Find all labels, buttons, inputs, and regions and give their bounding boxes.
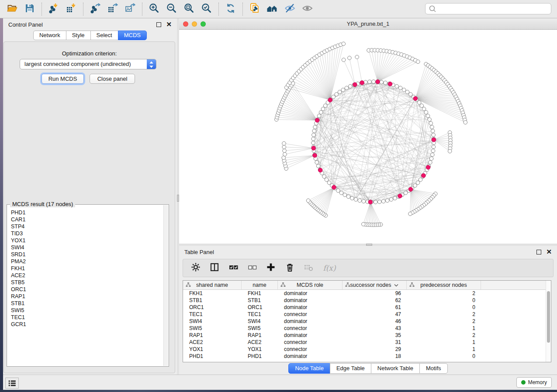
add-column-button[interactable] bbox=[266, 263, 276, 273]
mcds-result-item[interactable]: TID3 bbox=[11, 230, 163, 237]
close-window-icon[interactable] bbox=[183, 21, 188, 27]
column-header-predecessor-nodes[interactable]: predecessor nodes bbox=[407, 281, 481, 289]
table-row[interactable]: RAP1RAP1dominator352 bbox=[183, 332, 551, 339]
mcds-network-node bbox=[413, 96, 418, 101]
mcds-result-item[interactable]: RAP1 bbox=[11, 293, 163, 300]
cell-successor-nodes: 35 bbox=[343, 332, 407, 338]
table-row[interactable]: FKH1FKH1dominator962 bbox=[183, 290, 551, 297]
network-node bbox=[312, 129, 316, 133]
houses-button[interactable] bbox=[263, 1, 281, 17]
table-row[interactable]: YOX1YOX1connector291 bbox=[183, 346, 551, 353]
column-view-button[interactable] bbox=[209, 263, 220, 273]
zoom-fit-button[interactable] bbox=[180, 1, 198, 17]
apply-layout-button[interactable] bbox=[222, 1, 239, 17]
close-panel-icon[interactable]: ✕ bbox=[166, 22, 172, 27]
clone-network-button[interactable] bbox=[246, 1, 263, 17]
export-image-button[interactable] bbox=[121, 1, 139, 17]
hide-selected-button[interactable] bbox=[281, 1, 298, 17]
table-panel-titlebar: Table Panel ✕ bbox=[179, 246, 557, 258]
deselect-all-button[interactable] bbox=[247, 263, 257, 273]
mcds-result-item[interactable]: SWI5 bbox=[11, 307, 163, 314]
column-label: shared name bbox=[196, 282, 228, 288]
tab-network[interactable]: Network bbox=[33, 31, 66, 40]
network-leaf-node bbox=[342, 58, 346, 62]
mcds-result-item[interactable]: PMA2 bbox=[11, 258, 163, 265]
settings-button[interactable] bbox=[190, 263, 201, 273]
mcds-result-item[interactable]: YOX1 bbox=[11, 237, 163, 244]
tab-node-table[interactable]: Node Table bbox=[288, 363, 330, 374]
table-row[interactable]: SWI5SWI5connector431 bbox=[183, 325, 551, 332]
show-all-button[interactable] bbox=[298, 1, 316, 17]
minimize-window-icon[interactable] bbox=[192, 21, 197, 27]
table-row[interactable]: STB1STB1dominator620 bbox=[183, 297, 551, 304]
mcds-result-item[interactable]: CAR1 bbox=[11, 216, 163, 223]
column-header-name[interactable]: name bbox=[242, 281, 278, 289]
close-panel-button[interactable]: Close panel bbox=[90, 74, 135, 84]
network-leaf-node bbox=[408, 212, 412, 216]
mcds-result-item[interactable]: TEC1 bbox=[11, 314, 163, 321]
open-session-button[interactable] bbox=[3, 1, 21, 17]
function-builder-button: f(x) bbox=[322, 263, 337, 273]
mcds-result-item[interactable]: ACE2 bbox=[11, 272, 163, 279]
network-node bbox=[313, 125, 317, 129]
scrollbar-thumb[interactable] bbox=[547, 291, 550, 343]
zoom-in-button[interactable] bbox=[145, 1, 163, 17]
mcds-result-scrollbar[interactable] bbox=[163, 205, 168, 366]
mcds-result-item[interactable]: GCR1 bbox=[11, 321, 163, 328]
mcds-result-item[interactable]: STB5 bbox=[11, 279, 163, 286]
table-row[interactable]: ORC1ORC1dominator610 bbox=[183, 304, 551, 311]
maximize-window-icon[interactable] bbox=[201, 21, 206, 27]
zoom-selected-button[interactable] bbox=[198, 1, 215, 17]
tab-select[interactable]: Select bbox=[90, 31, 118, 40]
import-table-button[interactable] bbox=[62, 1, 80, 17]
tab-edge-table[interactable]: Edge Table bbox=[330, 363, 371, 374]
network-node bbox=[429, 157, 433, 161]
column-header-mcds-role[interactable]: MCDS role bbox=[278, 281, 343, 289]
tab-style[interactable]: Style bbox=[66, 31, 91, 40]
memory-button[interactable]: Memory bbox=[516, 377, 552, 388]
shared-column-icon bbox=[186, 282, 191, 287]
mcds-result-item[interactable]: ORC1 bbox=[11, 286, 163, 293]
select-all-button[interactable] bbox=[228, 263, 239, 273]
column-view-icon bbox=[210, 262, 219, 274]
zoom-fit-icon bbox=[183, 3, 195, 16]
delete-column-button[interactable] bbox=[284, 263, 295, 273]
close-panel-icon[interactable]: ✕ bbox=[546, 249, 552, 254]
mcds-result-item[interactable]: SWI4 bbox=[11, 244, 163, 251]
tab-network-table[interactable]: Network Table bbox=[371, 363, 420, 374]
column-header-successor-nodes[interactable]: successor nodes bbox=[343, 281, 407, 289]
network-node bbox=[402, 88, 406, 92]
table-row[interactable]: SWI4SWI4dominator462 bbox=[183, 318, 551, 325]
run-mcds-button[interactable]: Run MCDS bbox=[42, 74, 84, 84]
export-network-button[interactable] bbox=[86, 1, 104, 17]
network-node bbox=[335, 93, 339, 96]
table-row[interactable]: TEC1TEC1connector472 bbox=[183, 311, 551, 318]
network-view-window: YPA_prune.txt_1 bbox=[179, 18, 557, 244]
float-panel-icon[interactable] bbox=[156, 22, 161, 27]
export-network-icon bbox=[90, 3, 101, 16]
task-history-button[interactable] bbox=[5, 378, 19, 389]
mcds-result-item[interactable]: STP4 bbox=[11, 223, 163, 230]
cell-shared-name: YOX1 bbox=[183, 346, 242, 352]
cell-mcds-role: dominator bbox=[278, 304, 343, 310]
mcds-result-item[interactable]: STB1 bbox=[11, 300, 163, 307]
mcds-result-item[interactable]: PHD1 bbox=[11, 209, 163, 216]
table-row[interactable]: PHD1PHD1dominator180 bbox=[183, 353, 551, 360]
network-node bbox=[346, 195, 350, 199]
search-input[interactable] bbox=[438, 5, 551, 13]
float-panel-icon[interactable] bbox=[536, 250, 541, 254]
mcds-result-item[interactable]: SRD1 bbox=[11, 251, 163, 258]
network-leaf-node bbox=[416, 60, 420, 64]
export-table-button[interactable] bbox=[104, 1, 121, 17]
column-header-shared-name[interactable]: shared name bbox=[183, 281, 242, 289]
zoom-out-button[interactable] bbox=[163, 1, 180, 17]
table-row[interactable]: ACE2ACE2connector311 bbox=[183, 339, 551, 346]
tab-motifs[interactable]: Motifs bbox=[419, 363, 448, 374]
mcds-result-item[interactable]: FKH1 bbox=[11, 265, 163, 272]
save-session-button[interactable] bbox=[21, 1, 38, 17]
tab-mcds[interactable]: MCDS bbox=[118, 31, 147, 40]
table-scrollbar[interactable] bbox=[546, 281, 551, 362]
import-network-button[interactable] bbox=[45, 1, 62, 17]
network-canvas[interactable] bbox=[179, 30, 557, 244]
optimization-criterion-dropdown[interactable]: largest connected component (undirected) bbox=[20, 59, 156, 69]
